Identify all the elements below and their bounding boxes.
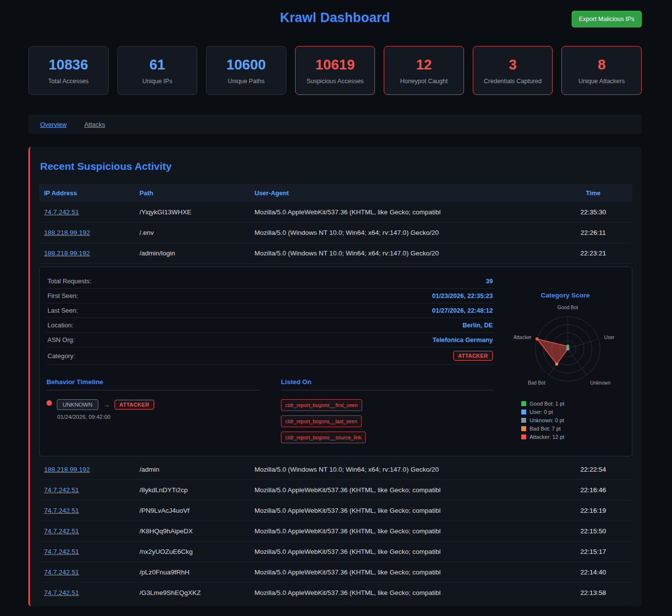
detail-field-value: 39 bbox=[486, 277, 493, 285]
ip-link[interactable]: 74.7.242.51 bbox=[44, 507, 79, 514]
svg-text:User: User bbox=[604, 335, 615, 340]
user-agent-cell: Mozilla/5.0 (Windows NT 10.0; Win64; x64… bbox=[250, 223, 554, 243]
legend-label: Unknown: 0 pt bbox=[530, 417, 564, 423]
stat-value: 8 bbox=[598, 57, 605, 73]
legend-label: Attacker: 12 pt bbox=[530, 434, 564, 440]
stat-value: 61 bbox=[149, 57, 165, 73]
ip-link[interactable]: 188.218.99.192 bbox=[44, 466, 90, 473]
stat-label: Total Accesses bbox=[48, 78, 89, 85]
legend-item: Unknown: 0 pt bbox=[521, 417, 624, 423]
table-row[interactable]: 188.218.99.192/admin/loginMozilla/5.0 (W… bbox=[39, 243, 632, 264]
time-cell: 22:15:17 bbox=[554, 542, 632, 562]
detail-field-value: 01/23/2026, 22:35:23 bbox=[432, 292, 493, 299]
table-row[interactable]: 188.218.99.192/.envMozilla/5.0 (Windows … bbox=[39, 223, 632, 243]
ip-detail-fields: Total Requests:39First Seen:01/23/2026, … bbox=[46, 274, 494, 365]
stat-card-unique-ips: 61Unique IPs bbox=[117, 46, 198, 95]
krawl-dashboard-page: Krawl Dashboard Export Malicious IPs 108… bbox=[0, 0, 672, 613]
user-agent-cell: Mozilla/5.0 AppleWebKit/537.36 (KHTML, l… bbox=[250, 562, 554, 582]
path-cell: /8ykdLnDYTi2cp bbox=[135, 480, 250, 500]
table-row[interactable]: 74.7.242.51/pLz0Fnua9fRhHMozilla/5.0 App… bbox=[39, 562, 632, 583]
ip-link[interactable]: 74.7.242.51 bbox=[44, 208, 79, 216]
table-row[interactable]: 74.7.242.51/nx2yUOZuE6CkgMozilla/5.0 App… bbox=[39, 542, 632, 562]
stat-value: 10836 bbox=[48, 57, 88, 73]
table-row[interactable]: 74.7.242.51/8ykdLnDYTi2cpMozilla/5.0 App… bbox=[39, 480, 632, 501]
tab-overview[interactable]: Overview bbox=[31, 116, 75, 133]
detail-field-label: Category: bbox=[47, 352, 75, 360]
table-row[interactable]: 74.7.242.51/YiqykGI13WHXEMozilla/5.0 App… bbox=[39, 202, 632, 223]
stat-card-honeypot-caught: 12Honeypot Caught bbox=[384, 46, 464, 95]
time-cell: 22:23:21 bbox=[554, 243, 632, 263]
stat-card-credentials-captured: 3Credentials Captured bbox=[473, 46, 553, 95]
stat-card-total-accesses: 10836Total Accesses bbox=[28, 46, 109, 95]
chart-legend: Good Bot: 1 ptUser: 0 ptUnknown: 0 ptBad… bbox=[521, 401, 624, 440]
time-cell: 22:13:58 bbox=[554, 583, 632, 603]
time-cell: 22:26:11 bbox=[554, 223, 632, 243]
detail-field-value: 01/27/2026, 22:48:12 bbox=[432, 307, 493, 314]
time-cell: 22:16:46 bbox=[554, 480, 632, 500]
path-cell: /G3Lme9ShEQgXKZ bbox=[135, 583, 250, 603]
export-malicious-ips-button[interactable]: Export Malicious IPs bbox=[572, 11, 642, 27]
detail-field-label: Last Seen: bbox=[47, 307, 78, 314]
ip-link[interactable]: 188.218.99.192 bbox=[44, 250, 90, 257]
legend-item: Attacker: 12 pt bbox=[521, 434, 624, 440]
table-row[interactable]: 188.218.99.192/adminMozilla/5.0 (Windows… bbox=[39, 459, 632, 480]
detail-field-label: First Seen: bbox=[47, 292, 78, 299]
arrow-right-icon: → bbox=[103, 401, 110, 409]
stat-label: Honeypot Caught bbox=[400, 78, 447, 85]
svg-text:Bad Bot: Bad Bot bbox=[528, 380, 546, 386]
path-cell: /K8HQq9hAipeDX bbox=[135, 521, 250, 541]
category-badge-unknown: UNKNOWN bbox=[57, 399, 98, 410]
stat-value: 10600 bbox=[227, 57, 266, 73]
legend-item: Bad Bot: 7 pt bbox=[521, 426, 624, 432]
blocklist-badges: cidr_report_bogons__first_seencidr_repor… bbox=[281, 399, 438, 443]
radar-chart: Good BotUserUnknownBad BotAttacker bbox=[507, 301, 629, 397]
detail-field-label: Total Requests: bbox=[47, 277, 92, 285]
user-agent-cell: Mozilla/5.0 AppleWebKit/537.36 (KHTML, l… bbox=[250, 542, 554, 562]
path-cell: /admin/login bbox=[135, 243, 250, 263]
chart-title: Category Score bbox=[507, 292, 624, 299]
ip-link[interactable]: 74.7.242.51 bbox=[44, 527, 79, 535]
ip-link[interactable]: 74.7.242.51 bbox=[44, 548, 79, 555]
detail-field: ASN Org:Telefonica Germany bbox=[46, 333, 494, 347]
ip-link[interactable]: 74.7.242.51 bbox=[44, 569, 79, 576]
behavior-timeline-title: Behavior Timeline bbox=[46, 378, 259, 390]
path-cell: /nx2yUOZuE6Ckg bbox=[135, 542, 250, 562]
table-row[interactable]: 74.7.242.51/PN9LvAcJ4uoVfMozilla/5.0 App… bbox=[39, 501, 632, 521]
page-header: Krawl Dashboard Export Malicious IPs bbox=[28, 0, 642, 35]
ip-link[interactable]: 188.218.99.192 bbox=[44, 229, 90, 236]
path-cell: /PN9LvAcJ4uoVf bbox=[135, 501, 250, 521]
stats-row: 10836Total Accesses61Unique IPs10600Uniq… bbox=[28, 46, 642, 95]
legend-swatch-icon bbox=[521, 410, 526, 414]
timeline-marker-icon bbox=[46, 400, 52, 406]
category-badge-attacker: ATTACKER bbox=[115, 400, 154, 410]
detail-field: Category:ATTACKER bbox=[46, 347, 494, 365]
legend-swatch-icon bbox=[521, 418, 526, 423]
timeline-timestamp: 01/24/2026, 09:42:00 bbox=[57, 414, 259, 420]
panel-title: Recent Suspicious Activity bbox=[40, 160, 632, 172]
column-header-time: Time bbox=[554, 184, 632, 202]
stat-card-unique-paths: 10600Unique Paths bbox=[206, 46, 286, 95]
table-row[interactable]: 74.7.242.51/G3Lme9ShEQgXKZMozilla/5.0 Ap… bbox=[39, 583, 632, 603]
suspicious-activity-panel: Recent Suspicious Activity IP AddressPat… bbox=[28, 147, 642, 606]
user-agent-cell: Mozilla/5.0 AppleWebKit/537.36 (KHTML, l… bbox=[250, 521, 554, 541]
user-agent-cell: Mozilla/5.0 AppleWebKit/537.36 (KHTML, l… bbox=[250, 202, 554, 222]
stat-label: Unique Attackers bbox=[579, 78, 625, 85]
column-header-path: Path bbox=[135, 184, 250, 202]
stat-label: Unique IPs bbox=[142, 78, 172, 85]
path-cell: /pLz0Fnua9fRhH bbox=[135, 562, 250, 582]
detail-field-label: Location: bbox=[47, 321, 73, 329]
ip-detail-left: Total Requests:39First Seen:01/23/2026, … bbox=[46, 274, 494, 443]
user-agent-cell: Mozilla/5.0 AppleWebKit/537.36 (KHTML, l… bbox=[250, 501, 554, 521]
activity-table: IP AddressPathUser-AgentTime 74.7.242.51… bbox=[39, 184, 632, 603]
listed-on-title: Listed On bbox=[281, 378, 494, 390]
ip-link[interactable]: 74.7.242.51 bbox=[44, 589, 79, 596]
time-cell: 22:16:19 bbox=[554, 501, 632, 521]
tab-attacks[interactable]: Attacks bbox=[75, 116, 114, 133]
table-row[interactable]: 74.7.242.51/K8HQq9hAipeDXMozilla/5.0 App… bbox=[39, 521, 632, 542]
stat-card-suspicious-accesses: 10619Suspicious Accesses bbox=[295, 46, 375, 95]
path-cell: /admin bbox=[135, 459, 250, 479]
stat-value: 10619 bbox=[315, 57, 355, 73]
ip-link[interactable]: 74.7.242.51 bbox=[44, 486, 79, 494]
tab-bar: OverviewAttacks bbox=[28, 114, 642, 134]
table-rows-after-detail: 188.218.99.192/adminMozilla/5.0 (Windows… bbox=[39, 459, 632, 603]
